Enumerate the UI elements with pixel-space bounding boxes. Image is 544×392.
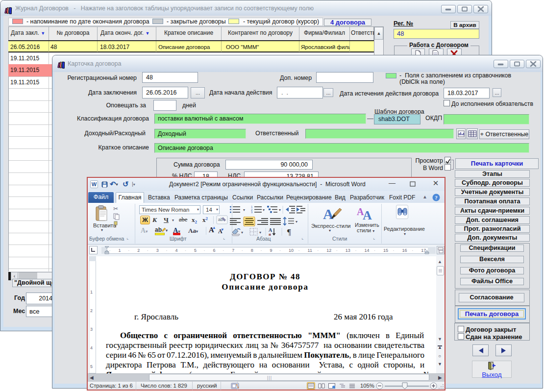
svg-text:¶: ¶ xyxy=(287,227,291,236)
svg-text:▾: ▾ xyxy=(241,230,243,235)
svg-text:▾: ▾ xyxy=(243,208,245,212)
svg-text:3: 3 xyxy=(251,211,253,214)
svg-text:▾: ▾ xyxy=(263,208,265,212)
svg-text:▾: ▾ xyxy=(259,230,261,235)
svg-text:W: W xyxy=(92,181,97,187)
svg-text:▾: ▾ xyxy=(279,208,281,212)
svg-text:A: A xyxy=(323,206,334,222)
svg-text:▾: ▾ xyxy=(296,220,297,224)
svg-text:А: А xyxy=(363,208,372,222)
svg-text:?: ? xyxy=(435,195,438,200)
